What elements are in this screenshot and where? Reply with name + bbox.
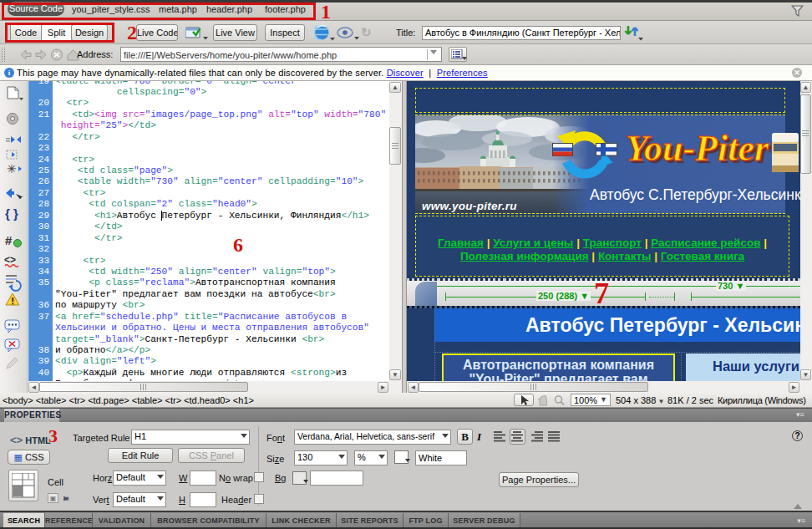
svg-text:✳: ✳ <box>7 162 17 175</box>
svg-text:{ }: { } <box>5 206 18 221</box>
svg-text:#: # <box>5 233 13 247</box>
svg-text:<>: <> <box>4 254 16 266</box>
